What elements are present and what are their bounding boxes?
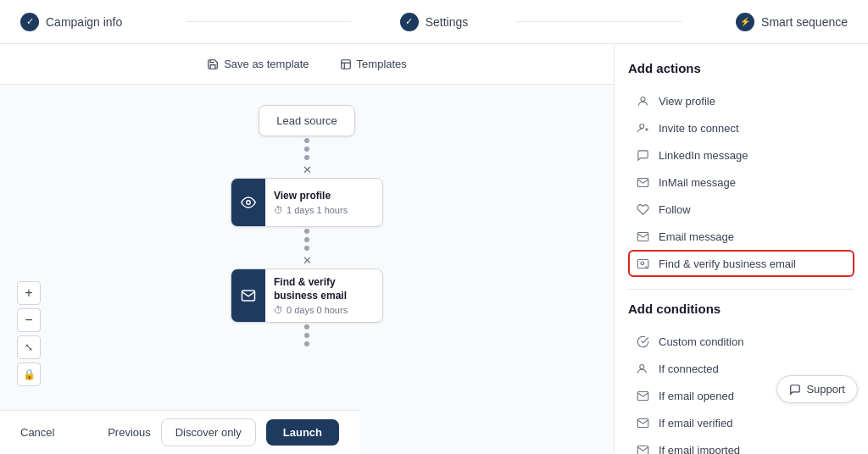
lock-button[interactable]: 🔒 <box>17 363 41 386</box>
lead-source-node[interactable]: Lead source <box>259 105 355 136</box>
view-profile-action-icon <box>635 93 650 108</box>
view-profile-node[interactable]: View profile ⏱ 1 days 1 hours <box>231 178 383 227</box>
previous-button[interactable]: Previous <box>108 426 151 439</box>
linkedin-message-action-icon <box>635 147 650 163</box>
condition-if-email-imported-label: If email imported <box>659 444 740 455</box>
step-smart-sequence[interactable]: ⚡ Smart sequence <box>682 13 848 31</box>
action-view-profile-label: View profile <box>659 95 715 108</box>
cancel-button[interactable]: Cancel <box>20 426 54 439</box>
check-icon-campaign: ✓ <box>20 13 39 31</box>
action-find-verify-email[interactable]: Find & verify business email <box>628 250 854 277</box>
template-icon <box>340 58 352 70</box>
settings-label: Settings <box>426 15 469 29</box>
clock-icon: ⏱ <box>274 205 283 215</box>
action-find-verify-email-label: Find & verify business email <box>659 257 796 270</box>
condition-if-email-imported[interactable]: If email imported <box>628 436 854 454</box>
save-template-label: Save as template <box>224 58 309 70</box>
dot <box>304 341 309 346</box>
header: ✓ Campaign info ✓ Settings ⚡ Smart seque… <box>0 0 868 44</box>
section-divider <box>628 289 854 290</box>
zoom-out-button[interactable]: − <box>17 308 41 332</box>
mail-icon <box>241 288 256 303</box>
condition-if-email-verified[interactable]: If email verified <box>628 409 854 436</box>
footer-right: Previous Discover only Launch <box>108 418 339 446</box>
condition-if-connected-label: If connected <box>659 363 719 375</box>
action-follow[interactable]: Follow <box>628 196 854 223</box>
if-email-imported-icon <box>635 442 650 454</box>
x-mark-2[interactable]: ✕ <box>303 254 312 267</box>
canvas-toolbar: Save as template Templates <box>0 44 614 85</box>
action-linkedin-message[interactable]: LinkedIn message <box>628 141 854 169</box>
save-icon <box>207 58 219 70</box>
find-verify-node[interactable]: Find & verify business email ⏱ 0 days 0 … <box>231 269 383 323</box>
action-view-profile[interactable]: View profile <box>628 87 854 114</box>
view-profile-title: View profile <box>274 190 374 203</box>
view-profile-icon-box <box>231 179 265 226</box>
fit-screen-button[interactable]: ⤡ <box>17 335 41 359</box>
action-email-message[interactable]: Email message <box>628 223 854 250</box>
condition-custom-label: Custom condition <box>659 335 743 348</box>
flow-canvas: Lead source ✕ View profile ⏱ 1 days 1 <box>0 88 614 454</box>
if-connected-icon <box>635 361 650 376</box>
action-inmail-message[interactable]: InMail message <box>628 169 854 196</box>
dot <box>304 155 309 160</box>
find-verify-content: Find & verify business email ⏱ 0 days 0 … <box>265 269 382 322</box>
check-icon-settings: ✓ <box>400 13 419 31</box>
dot <box>304 138 309 143</box>
campaign-info-label: Campaign info <box>46 15 122 29</box>
x-mark-1[interactable]: ✕ <box>303 163 312 176</box>
lead-source-label: Lead source <box>276 114 337 127</box>
dot <box>304 333 309 338</box>
flow-canvas-container: Save as template Templates Lead source ✕ <box>0 44 614 454</box>
svg-point-5 <box>639 124 643 128</box>
action-linkedin-message-label: LinkedIn message <box>659 149 748 162</box>
zoom-controls: + − ⤡ 🔒 <box>17 281 41 386</box>
view-profile-content: View profile ⏱ 1 days 1 hours <box>265 183 382 223</box>
support-icon <box>789 384 801 396</box>
dot <box>304 246 309 251</box>
find-verify-icon-box <box>231 269 265 322</box>
if-email-verified-icon <box>635 415 650 430</box>
divider-1 <box>186 21 351 22</box>
action-follow-label: Follow <box>659 203 691 216</box>
invite-connect-action-icon <box>635 120 650 136</box>
action-inmail-message-label: InMail message <box>659 176 736 189</box>
divider-2 <box>517 21 682 22</box>
support-button[interactable]: Support <box>776 375 858 403</box>
templates-label: Templates <box>357 58 407 70</box>
find-verify-meta: ⏱ 0 days 0 hours <box>274 305 374 315</box>
svg-point-4 <box>641 97 645 101</box>
follow-action-icon <box>635 202 650 217</box>
footer: Cancel Previous Discover only Launch <box>0 410 359 454</box>
save-as-template-button[interactable]: Save as template <box>200 54 315 74</box>
launch-button[interactable]: Launch <box>266 419 339 446</box>
svg-point-3 <box>247 201 251 205</box>
step-settings[interactable]: ✓ Settings <box>351 13 516 31</box>
connector-2: ✕ <box>303 227 312 269</box>
view-profile-meta: ⏱ 1 days 1 hours <box>274 205 374 215</box>
dot <box>304 147 309 152</box>
find-verify-title: Find & verify business email <box>274 276 374 302</box>
templates-button[interactable]: Templates <box>333 54 414 74</box>
add-actions-title: Add actions <box>628 61 854 75</box>
eye-icon <box>241 195 256 210</box>
svg-point-8 <box>641 262 644 265</box>
condition-if-email-verified-label: If email verified <box>659 417 732 429</box>
connector-3 <box>304 323 309 348</box>
action-invite-connect[interactable]: Invite to connect <box>628 114 854 141</box>
main-layout: Save as template Templates Lead source ✕ <box>0 44 868 454</box>
dot <box>304 229 309 234</box>
action-invite-connect-label: Invite to connect <box>659 122 739 135</box>
dot <box>304 237 309 242</box>
connector-1: ✕ <box>303 136 312 178</box>
email-message-action-icon <box>635 229 650 244</box>
support-label: Support <box>806 383 845 396</box>
discover-only-button[interactable]: Discover only <box>161 418 256 446</box>
step-campaign-info[interactable]: ✓ Campaign info <box>20 13 186 31</box>
zoom-in-button[interactable]: + <box>17 281 41 305</box>
clock-icon-2: ⏱ <box>274 305 283 315</box>
condition-if-email-opened-label: If email opened <box>659 390 734 402</box>
find-verify-email-action-icon <box>635 256 650 271</box>
smart-sequence-label: Smart sequence <box>761 15 848 29</box>
condition-custom[interactable]: Custom condition <box>628 328 854 355</box>
